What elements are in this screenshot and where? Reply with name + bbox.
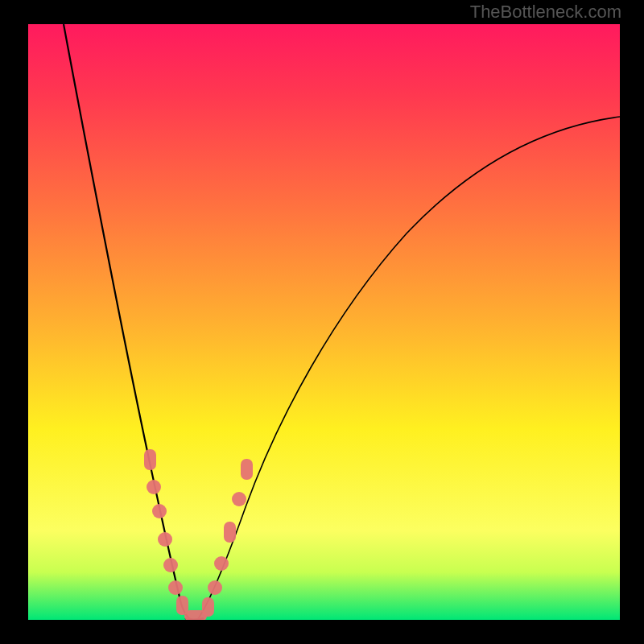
chart-frame: TheBottleneck.com (0, 0, 644, 644)
marker-dot (224, 522, 236, 543)
marker-dot (163, 558, 178, 572)
marker-dot (144, 449, 156, 470)
watermark-text: TheBottleneck.com (470, 2, 621, 23)
curve-right (197, 117, 620, 620)
marker-dot (214, 556, 229, 571)
marker-dot (232, 492, 246, 506)
curve-left (64, 24, 193, 620)
marker-dot (168, 580, 183, 595)
marker-dot (147, 480, 161, 494)
marker-dot (158, 532, 172, 547)
marker-dot (241, 459, 253, 480)
marker-dot (152, 504, 167, 518)
marker-dot (208, 580, 222, 595)
marker-dot (202, 597, 214, 617)
chart-overlay (28, 24, 620, 620)
marker-group (144, 449, 253, 620)
chart-plot-area (28, 24, 620, 620)
